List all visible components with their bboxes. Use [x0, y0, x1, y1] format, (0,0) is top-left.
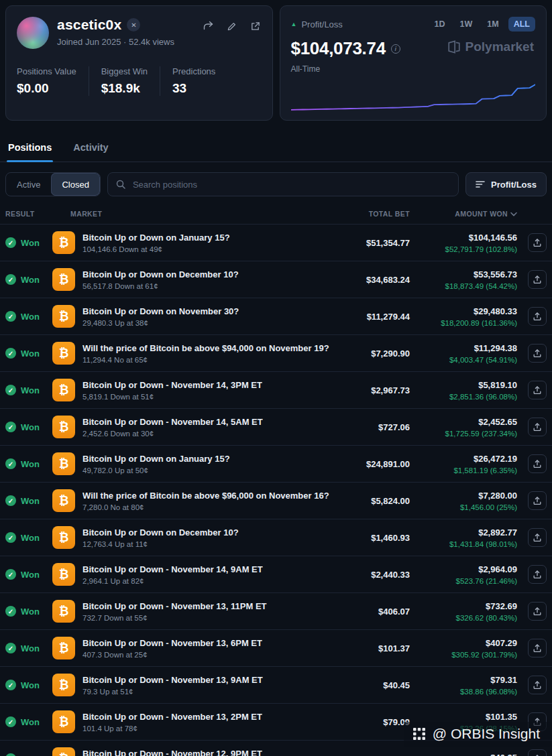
search-input[interactable]: [131, 179, 450, 190]
stat-label: Predictions: [172, 66, 215, 76]
total-bet: $5,824.00: [329, 496, 410, 506]
result-label: Won: [21, 238, 40, 248]
export-icon[interactable]: [528, 233, 547, 252]
x-badge-icon[interactable]: ✕: [127, 18, 140, 32]
market-title[interactable]: Bitcoin Up or Down on December 10?: [82, 527, 239, 538]
total-bet: $79.09: [329, 717, 410, 727]
market-title[interactable]: Will the price of Bitcoin be above $96,0…: [82, 491, 329, 501]
amount-won: $407.29: [410, 638, 517, 648]
export-icon[interactable]: [528, 307, 547, 326]
search-icon: [116, 180, 125, 189]
bitcoin-icon: ₿: [52, 563, 75, 586]
open-external-icon[interactable]: [250, 21, 260, 32]
amount-won: $29,480.33: [410, 306, 517, 316]
table-row[interactable]: ✓ Won ₿ Bitcoin Up or Down - November 13…: [0, 592, 552, 629]
profit-detail: $18,873.49 (54.42%): [410, 282, 517, 290]
market-title[interactable]: Bitcoin Up or Down - November 13, 2PM ET: [82, 712, 262, 722]
market-title[interactable]: Bitcoin Up or Down - November 13, 6PM ET: [82, 638, 262, 648]
table-row[interactable]: ✓ Won ₿ Bitcoin Up or Down - November 14…: [0, 556, 552, 592]
table-row[interactable]: ✓ Won ₿ Bitcoin Up or Down on November 3…: [0, 298, 552, 334]
won-check-icon: ✓: [5, 643, 16, 653]
export-icon[interactable]: [528, 418, 547, 436]
info-icon[interactable]: i: [391, 44, 400, 54]
polymarket-logo-text: Polymarket: [465, 40, 534, 54]
export-icon[interactable]: [528, 344, 547, 363]
table-row[interactable]: ✓ Won ₿ Bitcoin Up or Down - November 14…: [0, 371, 552, 408]
export-icon[interactable]: [528, 565, 547, 584]
market-title[interactable]: Bitcoin Up or Down - November 14, 5AM ET: [82, 417, 263, 427]
table-row[interactable]: ✓ Won ₿ Bitcoin Up or Down - November 13…: [0, 666, 552, 703]
won-check-icon: ✓: [5, 606, 16, 617]
result-label: Won: [21, 385, 40, 395]
result-label: Won: [21, 607, 40, 617]
table-row[interactable]: ✓ Won ₿ Bitcoin Up or Down - November 13…: [0, 629, 552, 666]
amount-won: $53,556.73: [410, 269, 517, 279]
export-icon[interactable]: [528, 749, 547, 756]
stat-label: Positions Value: [17, 66, 76, 76]
export-icon[interactable]: [528, 602, 547, 621]
avatar: [17, 17, 49, 49]
market-title[interactable]: Bitcoin Up or Down on December 10?: [82, 269, 239, 279]
header-amount-won[interactable]: AMOUNT WON: [410, 210, 517, 218]
won-check-icon: ✓: [5, 274, 16, 285]
won-check-icon: ✓: [5, 569, 16, 580]
market-title[interactable]: Will the price of Bitcoin be above $94,0…: [82, 343, 329, 353]
market-subtitle: 101.4 Up at 78¢: [82, 724, 262, 733]
sort-icon: [476, 180, 485, 188]
segment-active[interactable]: Active: [6, 173, 51, 196]
tab-positions[interactable]: Positions: [7, 135, 53, 162]
profit-detail: $1,456.00 (25%): [410, 503, 517, 511]
edit-icon[interactable]: [227, 21, 237, 32]
export-icon[interactable]: [528, 676, 547, 694]
table-row[interactable]: ✓ Won ₿ Bitcoin Up or Down on January 15…: [0, 224, 552, 261]
market-title[interactable]: Bitcoin Up or Down on January 15?: [82, 233, 230, 243]
market-title[interactable]: Bitcoin Up or Down on January 15?: [82, 454, 230, 464]
market-title[interactable]: Bitcoin Up or Down - November 13, 11PM E…: [82, 601, 267, 611]
export-icon[interactable]: [528, 454, 547, 473]
market-title[interactable]: Bitcoin Up or Down - November 13, 9AM ET: [82, 675, 263, 685]
search-positions[interactable]: [107, 172, 459, 196]
share-icon[interactable]: [203, 21, 213, 32]
range-all-button[interactable]: ALL: [508, 17, 535, 32]
range-1w-button[interactable]: 1W: [455, 17, 478, 32]
range-1m-button[interactable]: 1M: [482, 17, 504, 32]
watermark: @ ORBIS Insight: [404, 722, 552, 747]
table-row[interactable]: ✓ Won ₿ Will the price of Bitcoin be abo…: [0, 334, 552, 371]
segment-closed[interactable]: Closed: [51, 173, 99, 196]
won-check-icon: ✓: [5, 348, 16, 359]
market-title[interactable]: Bitcoin Up or Down - November 14, 9AM ET: [82, 564, 263, 574]
profit-detail: $38.86 (96.08%): [410, 688, 517, 696]
market-title[interactable]: Bitcoin Up or Down - November 12, 9PM ET: [82, 749, 262, 756]
amount-won: $40.35: [410, 753, 517, 756]
export-icon[interactable]: [528, 639, 547, 657]
bitcoin-icon: ₿: [52, 231, 75, 254]
won-check-icon: ✓: [5, 458, 16, 469]
table-row[interactable]: ✓ Won ₿ Bitcoin Up or Down on January 15…: [0, 445, 552, 482]
table-row[interactable]: ✓ Won ₿ Bitcoin Up or Down - November 14…: [0, 408, 552, 445]
profit-loss-sort-button[interactable]: Profit/Loss: [465, 172, 547, 196]
market-title[interactable]: Bitcoin Up or Down - November 14, 3PM ET: [82, 380, 262, 390]
market-title[interactable]: Bitcoin Up or Down on November 30?: [82, 306, 239, 316]
range-1d-button[interactable]: 1D: [429, 17, 451, 32]
profit-detail: $1,431.84 (98.01%): [410, 540, 517, 548]
table-row[interactable]: ✓ Won ₿ Bitcoin Up or Down on December 1…: [0, 261, 552, 298]
table-row[interactable]: ✓ Won ₿ Bitcoin Up or Down on December 1…: [0, 519, 552, 556]
amount-won: $5,819.10: [410, 380, 517, 390]
export-icon[interactable]: [528, 270, 547, 289]
amount-won: $26,472.19: [410, 454, 517, 464]
export-icon[interactable]: [528, 528, 547, 547]
bitcoin-icon: ₿: [52, 526, 75, 549]
export-icon[interactable]: [528, 381, 547, 399]
profit-detail: $1,581.19 (6.35%): [410, 466, 517, 475]
total-bet: $1,460.93: [329, 533, 410, 543]
won-check-icon: ✓: [5, 495, 16, 506]
market-subtitle: 407.3 Down at 25¢: [82, 651, 262, 659]
result-label: Won: [21, 275, 40, 285]
bitcoin-icon: ₿: [52, 268, 75, 291]
market-subtitle: 79.3 Up at 51¢: [82, 688, 263, 696]
bitcoin-icon: ₿: [52, 637, 75, 659]
table-row[interactable]: ✓ Won ₿ Will the price of Bitcoin be abo…: [0, 482, 552, 519]
export-icon[interactable]: [528, 491, 547, 510]
tab-activity[interactable]: Activity: [72, 135, 109, 162]
profile-meta: Joined Jun 2025 · 52.4k views: [57, 37, 174, 47]
